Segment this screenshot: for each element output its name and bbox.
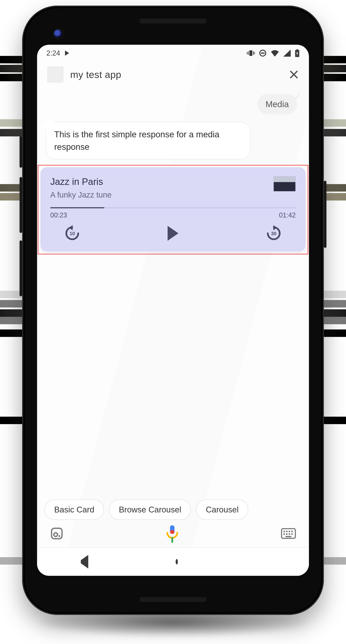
app-icon-placeholder [47, 66, 63, 83]
device-frame: 2:24 [22, 6, 324, 615]
device-screen: 2:24 [37, 45, 309, 576]
media-progress-bar[interactable] [50, 207, 296, 208]
close-button[interactable] [289, 70, 299, 80]
svg-rect-22 [284, 533, 285, 535]
assistant-input-bar [37, 520, 309, 548]
lens-button[interactable] [50, 527, 63, 541]
svg-rect-15 [170, 530, 174, 534]
svg-rect-24 [289, 533, 290, 535]
media-album-art [273, 176, 296, 192]
svg-rect-0 [249, 50, 252, 56]
app-title: my test app [70, 69, 121, 80]
media-track-title: Jazz in Paris [50, 176, 268, 187]
svg-rect-2 [247, 52, 247, 54]
nav-home-button[interactable] [176, 560, 178, 564]
user-message-bubble: Media [257, 94, 297, 114]
battery-charging-icon [295, 49, 300, 57]
mic-button[interactable] [164, 524, 181, 543]
device-front-camera [54, 30, 62, 38]
svg-rect-25 [291, 533, 293, 535]
svg-rect-26 [286, 536, 292, 537]
svg-rect-23 [286, 533, 288, 535]
svg-rect-21 [291, 531, 293, 532]
android-nav-bar [37, 548, 309, 576]
cell-signal-icon [283, 50, 291, 57]
keyboard-button[interactable] [281, 528, 296, 540]
svg-rect-7 [297, 49, 298, 50]
svg-rect-19 [286, 531, 288, 532]
suggestion-chip[interactable]: Browse Carousel [109, 500, 191, 520]
svg-text:10: 10 [70, 231, 75, 236]
vibrate-icon [247, 50, 255, 57]
back-icon [81, 555, 88, 568]
bot-message-bubble: This is the first simple response for a … [46, 122, 250, 159]
suggestion-chip[interactable]: Carousel [196, 500, 248, 520]
status-time: 2:24 [46, 49, 60, 57]
svg-text:30: 30 [271, 231, 277, 236]
dnd-icon [259, 50, 267, 57]
home-icon [176, 559, 178, 564]
media-card: Jazz in Paris A funky Jazz tune [41, 167, 305, 251]
nav-back-button[interactable] [81, 560, 88, 564]
svg-rect-20 [289, 531, 290, 532]
suggestion-chips-row: Basic CardBrowse CarouselCarousel [37, 500, 309, 520]
svg-rect-6 [261, 52, 265, 54]
device-volume-up [19, 177, 22, 233]
device-power-button [324, 181, 327, 248]
status-bar: 2:24 [37, 45, 309, 62]
play-indicator-icon [65, 50, 69, 56]
app-header: my test app [37, 62, 309, 88]
svg-rect-18 [284, 531, 285, 532]
device-speaker [139, 597, 207, 602]
svg-rect-1 [248, 51, 249, 55]
device-side-button [19, 136, 22, 168]
svg-rect-4 [254, 52, 255, 54]
device-volume-down [19, 240, 22, 296]
svg-point-13 [58, 535, 60, 537]
wifi-icon [271, 50, 279, 57]
forward-30-button[interactable]: 30 [265, 224, 283, 242]
play-button[interactable] [168, 226, 178, 241]
svg-rect-3 [253, 51, 254, 55]
media-elapsed-time: 00:23 [50, 211, 67, 219]
suggestion-chip[interactable]: Basic Card [44, 500, 104, 520]
media-progress-fill [50, 207, 104, 208]
media-track-subtitle: A funky Jazz tune [50, 190, 268, 200]
media-total-time: 01:42 [279, 211, 296, 219]
svg-point-12 [54, 533, 57, 536]
media-card-highlight: Jazz in Paris A funky Jazz tune [38, 165, 308, 254]
play-icon [168, 226, 178, 241]
rewind-10-button[interactable]: 10 [63, 224, 81, 242]
device-earpiece [139, 19, 207, 24]
